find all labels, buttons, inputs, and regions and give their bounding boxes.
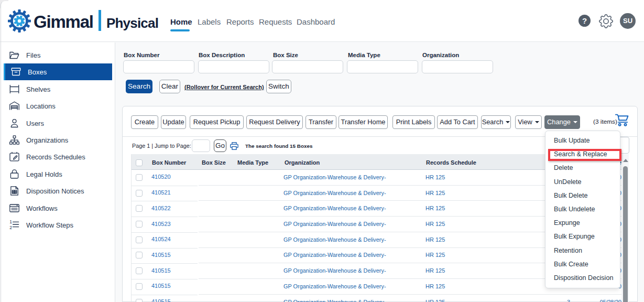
svg-text:2: 2 — [9, 225, 12, 230]
svg-text:1: 1 — [9, 219, 12, 224]
